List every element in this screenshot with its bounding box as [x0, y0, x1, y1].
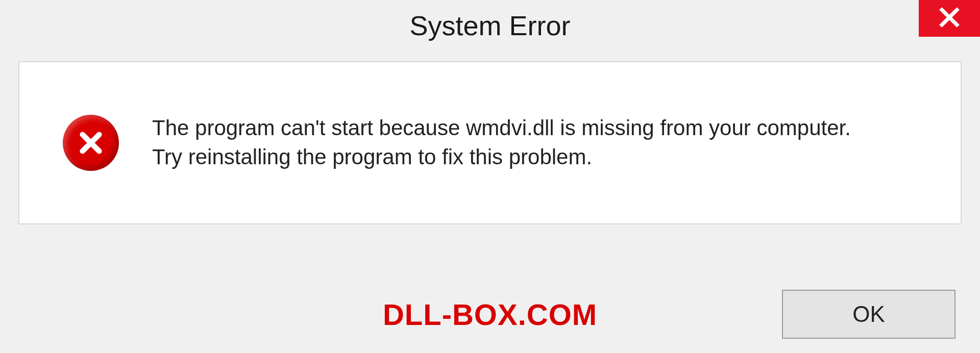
- titlebar: System Error: [0, 0, 980, 51]
- ok-button-label: OK: [852, 301, 885, 327]
- close-button[interactable]: [919, 0, 980, 37]
- message-line-2: Try reinstalling the program to fix this…: [152, 143, 851, 172]
- window-title: System Error: [409, 10, 570, 41]
- error-icon: [63, 115, 119, 171]
- close-icon: [938, 6, 961, 31]
- footer: DLL-BOX.COM OK: [0, 290, 980, 339]
- message-block: The program can't start because wmdvi.dl…: [152, 114, 851, 171]
- brand-watermark: DLL-BOX.COM: [383, 297, 597, 332]
- message-panel: The program can't start because wmdvi.dl…: [18, 61, 962, 224]
- error-icon-wrap: [60, 112, 121, 173]
- message-line-1: The program can't start because wmdvi.dl…: [152, 114, 851, 143]
- ok-button[interactable]: OK: [782, 290, 955, 339]
